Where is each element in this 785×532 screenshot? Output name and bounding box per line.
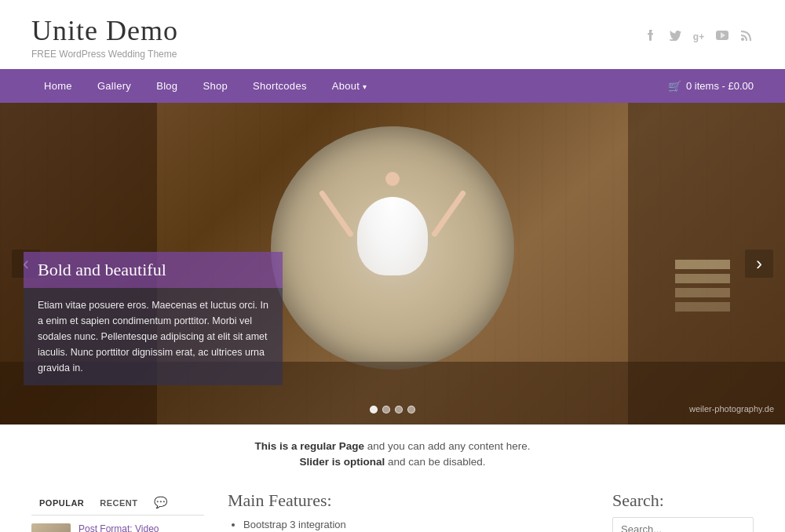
tab-recent[interactable]: RECENT [92, 493, 145, 513]
dropdown-arrow-icon: ▾ [363, 82, 367, 91]
tab-bar: POPULAR RECENT 💬 [31, 490, 204, 516]
post-title[interactable]: Post Format: Video (YouTube) [78, 523, 204, 532]
cart-icon: 🛒 [668, 80, 681, 93]
twitter-icon[interactable] [667, 31, 683, 44]
bride-right-arm [431, 190, 467, 238]
photo-credit: weiler-photography.de [689, 404, 774, 414]
info-line-2-strong: Slider is optional [299, 456, 385, 468]
cart-label: 0 items - £0.00 [686, 80, 754, 92]
svg-rect-0 [649, 30, 652, 41]
site-header: Unite Demo FREE WordPress Wedding Theme … [0, 0, 785, 69]
comment-icon[interactable]: 💬 [146, 490, 175, 515]
nav-item-shortcodes[interactable]: Shortcodes [240, 69, 319, 103]
feature-item-1: Bootstrap 3 integration [243, 517, 589, 532]
info-line-1-text: and you can add any content here. [364, 440, 531, 452]
bride-head [385, 172, 400, 186]
nav-item-shop[interactable]: Shop [190, 69, 240, 103]
info-line-2: Slider is optional and can be disabled. [31, 456, 754, 468]
site-tagline: FREE WordPress Wedding Theme [31, 49, 178, 60]
site-branding: Unite Demo FREE WordPress Wedding Theme [31, 14, 178, 60]
nav-menu: Home Gallery Blog Shop Shortcodes About … [31, 69, 379, 103]
info-line-1: This is a regular Page and you can add a… [31, 440, 754, 452]
svg-point-4 [741, 38, 744, 41]
bride-left-arm [318, 190, 354, 238]
info-line-2-text: and can be disabled. [385, 456, 485, 468]
bottom-section: POPULAR RECENT 💬 Post Format: Video (You… [0, 483, 785, 532]
dot-1[interactable] [370, 406, 378, 414]
youtube-icon[interactable] [714, 31, 730, 43]
widget-search: Search: [612, 490, 754, 532]
nav-link-blog[interactable]: Blog [144, 69, 190, 103]
nav-link-shortcodes[interactable]: Shortcodes [240, 69, 319, 103]
stairs-area [675, 260, 738, 354]
svg-rect-1 [648, 33, 653, 35]
nav-link-gallery[interactable]: Gallery [85, 69, 144, 103]
site-title: Unite Demo [31, 14, 178, 47]
slide-title: Bold and beautiful [24, 252, 283, 288]
site-nav: Home Gallery Blog Shop Shortcodes About … [0, 69, 785, 103]
slider-dots [370, 406, 415, 414]
circle-opening [271, 126, 514, 370]
page-wrapper: Unite Demo FREE WordPress Wedding Theme … [0, 0, 785, 532]
nav-link-shop[interactable]: Shop [190, 69, 240, 103]
slider-next-button[interactable]: › [745, 250, 773, 278]
dot-4[interactable] [407, 406, 415, 414]
cart-link[interactable]: 🛒 0 items - £0.00 [668, 80, 754, 93]
info-line-1-strong: This is a regular Page [254, 440, 364, 452]
bride-dress [357, 197, 428, 275]
bride-figure [345, 150, 440, 275]
info-section: This is a regular Page and you can add a… [0, 425, 785, 483]
post-info: Post Format: Video (YouTube) Jun 2, 2010 [78, 523, 204, 532]
slide-caption: Bold and beautiful Etiam vitae posuere e… [24, 252, 283, 385]
search-title: Search: [612, 490, 754, 511]
slide-description: Etiam vitae posuere eros. Maecenas et lu… [24, 288, 283, 385]
features-list: Bootstrap 3 integration [228, 517, 589, 532]
facebook-icon[interactable] [644, 30, 659, 44]
dot-2[interactable] [382, 406, 390, 414]
widget-posts: POPULAR RECENT 💬 Post Format: Video (You… [31, 490, 204, 532]
features-title: Main Features: [228, 490, 589, 511]
post-item: Post Format: Video (YouTube) Jun 2, 2010 [31, 516, 204, 532]
nav-item-about[interactable]: About ▾ [319, 69, 380, 103]
tab-popular[interactable]: POPULAR [31, 493, 92, 513]
rss-icon[interactable] [738, 31, 754, 44]
cart-area[interactable]: 🛒 0 items - £0.00 [660, 69, 754, 103]
slider-section: ‹ › Bold and beautiful Etiam vitae posue… [0, 103, 785, 425]
nav-link-home[interactable]: Home [31, 69, 85, 103]
nav-item-gallery[interactable]: Gallery [85, 69, 144, 103]
nav-item-blog[interactable]: Blog [144, 69, 190, 103]
nav-item-home[interactable]: Home [31, 69, 85, 103]
dot-3[interactable] [395, 406, 403, 414]
nav-link-about[interactable]: About ▾ [319, 69, 380, 103]
search-input[interactable] [612, 517, 754, 532]
social-icons: g+ [644, 30, 754, 44]
post-thumbnail [31, 523, 71, 532]
google-plus-icon[interactable]: g+ [691, 31, 706, 42]
widget-features: Main Features: Bootstrap 3 integration [228, 490, 589, 532]
